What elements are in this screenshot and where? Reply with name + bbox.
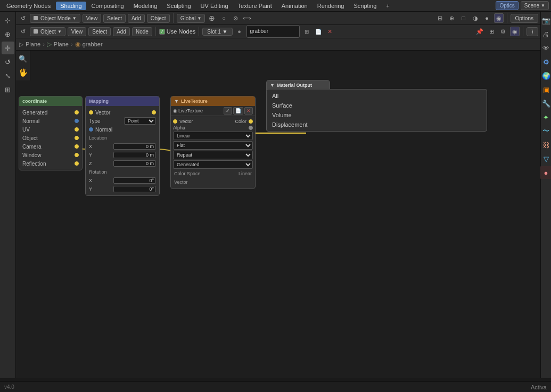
menu-scripting[interactable]: Scripting bbox=[349, 2, 381, 10]
livetexture-new-btn[interactable]: 📄 bbox=[233, 107, 243, 115]
menu-geometry-nodes[interactable]: Geometry Nodes bbox=[2, 2, 55, 10]
socket-uv-out[interactable] bbox=[75, 127, 79, 132]
prop-world-icon[interactable]: 🌍 bbox=[540, 69, 552, 82]
viewport-options-btn[interactable]: Options bbox=[511, 14, 538, 23]
viewport-header-cycle[interactable]: ↺ bbox=[18, 13, 28, 23]
viewport-overlay-btn[interactable]: ⊞ bbox=[435, 13, 445, 23]
ne-material-sphere[interactable]: ● bbox=[235, 27, 244, 36]
livetexture-source-select[interactable]: Generated UV bbox=[173, 160, 253, 169]
livetexture-ext-select[interactable]: Flat Repeat Clip bbox=[173, 141, 253, 150]
viewport-shading-material[interactable]: ● bbox=[482, 13, 492, 23]
menu-animation[interactable]: Animation bbox=[277, 2, 312, 10]
mapping-type-select[interactable]: Point Texture Vector Normal bbox=[124, 117, 156, 125]
use-nodes-container[interactable]: ✓ Use Nodes bbox=[159, 28, 195, 35]
socket-reflection-out[interactable] bbox=[75, 161, 79, 166]
prop-scene-icon[interactable]: ⚙ bbox=[540, 55, 552, 68]
viewport-add-btn[interactable]: Add bbox=[128, 14, 145, 23]
ne-render-icon[interactable]: ◉ bbox=[510, 27, 520, 36]
menu-modeling[interactable]: Modeling bbox=[129, 2, 162, 10]
viewport-prop-icon[interactable]: ○ bbox=[219, 13, 228, 23]
viewport-shading-render[interactable]: ◉ bbox=[494, 13, 504, 23]
mapping-rot-x-input[interactable] bbox=[113, 177, 156, 184]
prop-view-icon[interactable]: 👁 bbox=[540, 42, 552, 54]
ne-pin-icon[interactable]: 📌 bbox=[475, 27, 484, 36]
ne-new-icon[interactable]: 📄 bbox=[314, 27, 323, 36]
sidebar-tool-scale[interactable]: ⤡ bbox=[2, 69, 14, 82]
global-btn[interactable]: Global ▼ bbox=[177, 14, 205, 23]
material-name-field[interactable]: grabber bbox=[246, 25, 300, 38]
viewport-gizmo-btn[interactable]: ⊕ bbox=[447, 13, 457, 23]
ne-view-btn[interactable]: View bbox=[68, 27, 87, 36]
coordinate-node[interactable]: coordinate Generated Normal UV bbox=[19, 96, 83, 170]
prop-constraints-icon[interactable]: ⛓ bbox=[540, 138, 552, 151]
menu-compositing[interactable]: Compositing bbox=[87, 2, 128, 10]
prop-modifier-icon[interactable]: 🔧 bbox=[540, 97, 552, 110]
viewport-select-btn[interactable]: Select bbox=[103, 14, 126, 23]
viewport-proportional-icon[interactable]: ⊗ bbox=[231, 13, 240, 23]
socket-vector-in[interactable] bbox=[89, 110, 93, 115]
menu-plus[interactable]: + bbox=[382, 2, 393, 10]
prop-object-icon[interactable]: ▣ bbox=[540, 83, 552, 96]
ne-copy-icon[interactable]: ⊞ bbox=[302, 27, 311, 36]
ne-add-btn[interactable]: Add bbox=[113, 27, 130, 36]
prop-particle-icon[interactable]: ✦ bbox=[540, 111, 552, 124]
socket-normal-out[interactable] bbox=[75, 119, 79, 123]
object-mode-btn[interactable]: Object Mode ▼ bbox=[30, 14, 80, 23]
dropdown-displacement[interactable]: Displacement bbox=[267, 120, 487, 129]
livetexture-repeat-select[interactable]: Repeat Clip Extend bbox=[173, 151, 253, 159]
optics-button[interactable]: Optics bbox=[496, 1, 518, 10]
scene-select[interactable]: Scene ▼ bbox=[521, 1, 549, 10]
sidebar-tool-move[interactable]: ✛ bbox=[2, 42, 14, 54]
socket-object-out[interactable] bbox=[75, 136, 79, 140]
sidebar-tool-select[interactable]: ⊹ bbox=[2, 14, 14, 27]
sidebar-tool-transform[interactable]: ⊞ bbox=[2, 83, 14, 96]
ne-search-icon[interactable]: 🔍 bbox=[17, 53, 29, 64]
node-editor-canvas[interactable]: coordinate Generated Normal UV bbox=[16, 51, 540, 378]
socket-camera-out[interactable] bbox=[75, 144, 79, 149]
menu-shading[interactable]: Shading bbox=[56, 2, 86, 10]
ne-node-btn[interactable]: Node bbox=[132, 27, 152, 36]
menu-sculpting[interactable]: Sculpting bbox=[162, 2, 195, 10]
menu-texture-paint[interactable]: Texture Paint bbox=[234, 2, 276, 10]
dropdown-surface[interactable]: Surface bbox=[267, 101, 487, 110]
prop-data-icon[interactable]: ▽ bbox=[540, 152, 552, 165]
use-nodes-checkbox[interactable]: ✓ bbox=[159, 29, 165, 35]
menu-uv-editing[interactable]: UV Editing bbox=[196, 2, 233, 10]
mapping-loc-x-input[interactable] bbox=[113, 143, 156, 150]
mapping-loc-z-input[interactable] bbox=[113, 160, 156, 167]
viewport-mirror-icon[interactable]: ⟺ bbox=[242, 13, 252, 23]
slot-btn[interactable]: Slot 1 ▼ bbox=[202, 28, 232, 36]
viewport-view-btn[interactable]: View bbox=[83, 14, 102, 23]
dropdown-all[interactable]: All bbox=[267, 91, 487, 101]
socket-lt-color-out[interactable] bbox=[249, 119, 253, 124]
ne-options-btn[interactable]: ⟩ bbox=[527, 27, 538, 36]
breadcrumb-plane1[interactable]: Plane bbox=[26, 41, 40, 47]
sidebar-tool-cursor[interactable]: ⊕ bbox=[2, 28, 14, 40]
dropdown-volume[interactable]: Volume bbox=[267, 110, 487, 120]
livetexture-x-btn[interactable]: ✕ bbox=[244, 107, 253, 115]
ne-grid-icon[interactable]: ⊞ bbox=[487, 27, 496, 36]
prop-physics-icon[interactable]: 〜 bbox=[540, 125, 552, 137]
socket-lt-alpha-out[interactable] bbox=[249, 126, 253, 130]
mapping-rot-y-input[interactable] bbox=[113, 186, 156, 192]
viewport-shading-solid[interactable]: ◑ bbox=[471, 13, 480, 23]
socket-normal-in[interactable] bbox=[89, 127, 93, 132]
viewport-object-btn[interactable]: Object bbox=[147, 14, 170, 23]
livetexture-node[interactable]: ▼ LiveTexture ◉ LiveTexture ✓ 📄 ✕ Vector bbox=[170, 96, 256, 189]
socket-window-out[interactable] bbox=[75, 153, 79, 157]
livetexture-check-btn[interactable]: ✓ bbox=[224, 107, 232, 115]
menu-rendering[interactable]: Rendering bbox=[313, 2, 349, 10]
ne-select-btn[interactable]: Select bbox=[88, 27, 111, 36]
ne-settings-icon[interactable]: ⚙ bbox=[498, 27, 508, 36]
viewport-shading-wire[interactable]: □ bbox=[459, 13, 468, 23]
sidebar-tool-rotate[interactable]: ↺ bbox=[2, 55, 14, 68]
socket-generated-out[interactable] bbox=[75, 110, 79, 115]
mapping-loc-y-input[interactable] bbox=[113, 152, 156, 158]
breadcrumb-plane2[interactable]: Plane bbox=[54, 41, 69, 47]
socket-lt-vector-in[interactable] bbox=[173, 119, 177, 124]
viewport-snap-icon[interactable]: ⊕ bbox=[207, 13, 217, 23]
ne-header-cycle[interactable]: ↺ bbox=[18, 27, 28, 36]
ne-hand-icon[interactable]: 🖐 bbox=[17, 67, 29, 78]
prop-material-icon[interactable]: ● bbox=[540, 166, 552, 179]
ne-object-btn[interactable]: Object ▼ bbox=[30, 27, 65, 36]
